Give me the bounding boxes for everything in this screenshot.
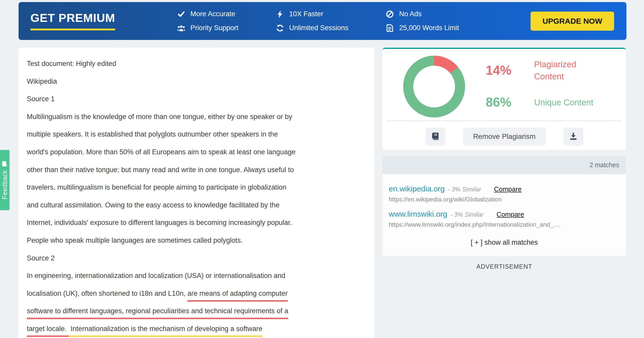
banner-feature: 10X Faster	[276, 10, 349, 18]
match-url: https://www.limswiki.org/index.php/Inter…	[389, 221, 619, 228]
feature-label: No Ads	[399, 10, 422, 18]
remove-plagiarism-button[interactable]: Remove Plagiarism	[463, 128, 546, 146]
document-icon	[386, 24, 394, 32]
document-line: Multilingualism is the knowledge of more…	[27, 108, 366, 126]
document-line: Source 2	[27, 249, 366, 267]
match-item: www.limswiki.org- 3% SimilarComparehttps…	[389, 210, 619, 228]
matches-list: en.wikipedia.org- 3% SimilarComparehttps…	[383, 174, 626, 228]
plain-text: Wikipedia	[27, 78, 57, 85]
plain-text: Source 2	[27, 254, 55, 262]
banner-title: GET PREMIUM	[30, 12, 115, 24]
premium-banner: GET PREMIUM More AccuratePriority Suppor…	[19, 2, 626, 40]
plain-text: world's population. More than 50% of all…	[27, 148, 295, 156]
plagiarism-donut-chart	[403, 56, 465, 117]
document-line: Test document: Highly edited	[27, 55, 366, 73]
plain-text: multiple speakers. It is established tha…	[27, 130, 278, 138]
right-column: 14% Plagiarized Content 86% Unique Conte…	[383, 48, 626, 270]
plagiarized-label: Plagiarized Content	[534, 58, 596, 82]
highlighted-text: Internationalization is the mechanism of…	[69, 325, 262, 337]
unique-label: Unique Content	[534, 96, 596, 108]
plagiarized-percent: 14%	[486, 63, 522, 78]
show-all-matches-link[interactable]: [ + ] show all matches	[383, 235, 626, 256]
banner-feature: Unlimited Sessions	[276, 24, 349, 32]
document-line: localisation (UK), often shortened to i1…	[27, 285, 366, 302]
results-actions: Remove Plagiarism	[383, 128, 626, 146]
document-line: multiple speakers. It is established tha…	[27, 125, 366, 143]
match-item: en.wikipedia.org- 3% SimilarComparehttps…	[389, 184, 619, 203]
document-text: Test document: Highly editedWikipediaSou…	[27, 55, 366, 338]
refresh-icon	[276, 24, 284, 32]
plain-text: travelers, multilingualism is beneficial…	[27, 183, 286, 191]
document-line: In engineering, internationalization and…	[27, 267, 366, 285]
plain-text: other than their native tongue; but many…	[27, 166, 294, 174]
match-row: www.limswiki.org- 3% SimilarCompare	[389, 210, 619, 218]
document-line: other than their native tongue; but many…	[27, 161, 366, 179]
feedback-label: Feedback	[1, 170, 9, 199]
word-report-button[interactable]	[425, 128, 445, 146]
document-line: Internet, individuals' exposure to diffe…	[27, 214, 366, 232]
banner-feature: No Ads	[386, 10, 459, 18]
highlighted-text: are means of adapting computer	[187, 290, 288, 302]
plain-text: Multilingualism is the knowledge of more…	[27, 113, 292, 121]
plain-text: People who speak multiple languages are …	[27, 236, 243, 244]
match-row: en.wikipedia.org- 3% SimilarCompare	[389, 184, 619, 193]
matches-header: 2 matches	[383, 156, 626, 174]
download-icon	[569, 132, 577, 141]
plain-text: In engineering, internationalization and…	[27, 272, 285, 280]
banner-title-underline	[30, 29, 115, 30]
match-domain-link[interactable]: www.limswiki.org	[389, 210, 447, 218]
feature-label: 10X Faster	[289, 10, 323, 18]
plain-text: Test document: Highly edited	[27, 60, 116, 67]
feature-label: Unlimited Sessions	[289, 24, 349, 32]
feature-label: More Accurate	[191, 10, 235, 18]
users-icon	[177, 24, 185, 32]
chat-icon	[2, 161, 8, 167]
document-line: software to different languages, regiona…	[27, 302, 366, 320]
plain-text: and cultural assimilation. Owing to the …	[27, 201, 279, 209]
feature-label: 25,000 Words Limit	[399, 24, 459, 32]
dashed-divider	[387, 121, 621, 121]
document-line: world's population. More than 50% of all…	[27, 143, 366, 161]
matches-panel: 2 matches en.wikipedia.org- 3% SimilarCo…	[383, 156, 626, 256]
bolt-icon	[276, 10, 284, 18]
highlighted-text: software to different languages, regiona…	[27, 307, 288, 319]
match-domain-link[interactable]: en.wikipedia.org	[389, 184, 445, 193]
plain-text: Source 1	[27, 95, 55, 103]
results-panel: 14% Plagiarized Content 86% Unique Conte…	[383, 48, 626, 150]
document-panel: Test document: Highly editedWikipediaSou…	[19, 48, 374, 338]
advertisement-label: ADVERTISEMENT	[383, 263, 626, 270]
download-report-button[interactable]	[563, 128, 583, 146]
compare-link[interactable]: Compare	[497, 210, 524, 218]
match-similarity: - 3% Similar	[450, 211, 484, 218]
check-icon	[177, 10, 185, 18]
document-line: Source 1	[27, 90, 366, 108]
banner-feature: More Accurate	[177, 10, 238, 18]
document-line: People who speak multiple languages are …	[27, 232, 366, 249]
unique-percent: 86%	[486, 95, 522, 110]
book-icon	[431, 132, 440, 141]
feedback-tab[interactable]: Feedback	[0, 150, 10, 210]
document-line: travelers, multilingualism is beneficial…	[27, 179, 366, 196]
plain-text: Internet, individuals' exposure to diffe…	[27, 219, 292, 226]
feature-label: Priority Support	[191, 24, 238, 32]
document-line: Wikipedia	[27, 73, 366, 90]
match-similarity: - 3% Similar	[448, 186, 481, 193]
upgrade-now-button[interactable]: UPGRADE NOW	[531, 12, 614, 31]
highlighted-text: target locale.	[27, 325, 69, 337]
match-url: https://en.wikipedia.org/wiki/Globalizat…	[389, 196, 619, 203]
compare-link[interactable]: Compare	[494, 185, 522, 193]
no-ads-icon	[386, 10, 394, 18]
matches-count: 2 matches	[590, 161, 619, 169]
results-stats: 14% Plagiarized Content 86% Unique Conte…	[486, 58, 596, 110]
document-line: target locale. Internationalization is t…	[27, 320, 366, 338]
banner-feature: 25,000 Words Limit	[386, 24, 459, 32]
plain-text: localisation (UK), often shortened to i1…	[27, 290, 187, 297]
banner-feature: Priority Support	[177, 24, 238, 32]
document-line: and cultural assimilation. Owing to the …	[27, 196, 366, 214]
banner-title-block: GET PREMIUM	[30, 12, 115, 30]
banner-features: More AccuratePriority Support10X FasterU…	[177, 10, 459, 32]
